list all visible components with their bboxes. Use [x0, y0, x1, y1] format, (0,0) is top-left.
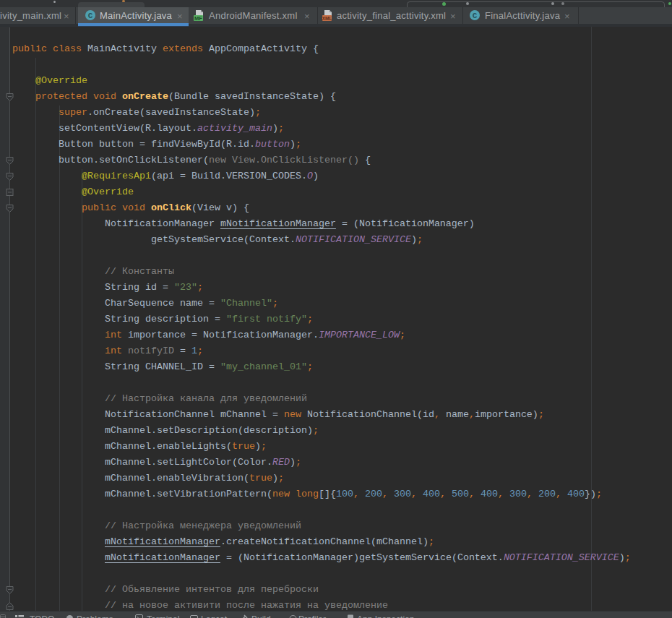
svg-text:C: C	[473, 12, 478, 20]
svg-text:XML: XML	[322, 16, 332, 21]
svg-text:C: C	[88, 12, 93, 20]
svg-text:MF: MF	[194, 15, 202, 22]
